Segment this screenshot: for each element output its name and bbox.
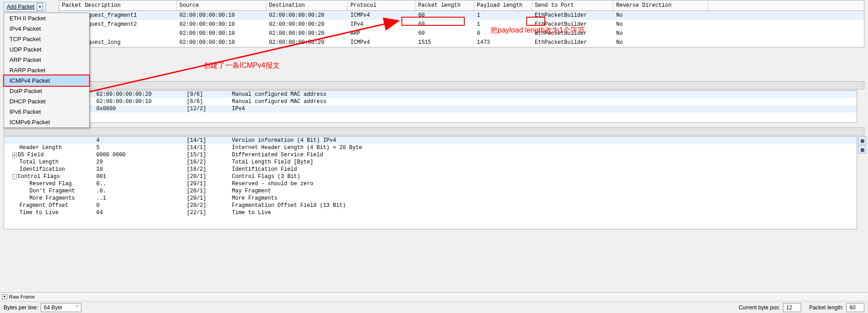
add-packet-menu: ETH II PacketIPv4 PacketTCP PacketUDP Pa… [4,13,90,128]
field-val: 001 [96,173,187,180]
cell-src: 02:00:00:00:00:10 [177,29,266,37]
ipv4-field-row[interactable]: -Control Flags001[20/1]Control Flags (3 … [4,173,857,180]
col-source[interactable]: Source [177,0,266,10]
field-desc: Internet Header Length (4 Bit) = 20 Byte [232,145,857,151]
bottom-bar: Bytes per line: 64 Byte Current byte pos… [0,301,868,313]
current-byte-pos-label: Current byte pos: [739,304,780,311]
raw-frame-bar: ▾ Raw Frame [0,292,868,300]
annotation-text-2: 把payload length改为1个字节 [491,26,585,35]
ipv4-field-row[interactable]: +DS Field0000 0000[15/1]Differentiated S… [4,151,857,159]
field-off: [22/1] [187,210,232,216]
table-row[interactable]: ply02:00:00:00:00:1002:00:00:00:00:20ARP… [59,29,864,38]
ipv4-field-row[interactable]: Total Length29[16/2]Total Length Field [… [4,159,857,166]
splitter-mid[interactable] [4,127,864,135]
splitter-top[interactable] [4,81,864,89]
field-name: -Control Flags [6,173,96,180]
eth-field-row[interactable]: 02:00:00:00:00:20[0/6]Manual configured … [4,91,857,98]
ipv4-field-row[interactable]: Fragment Offset0[20/2]Fragmentation Offs… [4,202,857,209]
field-val: .0. [96,188,187,194]
ipv4-field-row[interactable]: 4[14/1]Version information (4 Bit) IPv4 [4,137,857,144]
field-off: [14/1] [187,145,232,151]
menu-item-eth-ii-packet[interactable]: ETH II Packet [4,13,89,23]
col-packet-description[interactable]: Packet Description [59,0,177,10]
col-destination[interactable]: Destination [266,0,348,10]
field-val: 0 [96,202,187,209]
field-desc: Fragmentation Offset Field (13 Bit) [232,202,857,209]
eth-value: 02:00:00:00:00:10 [96,98,187,105]
eth-header-section: 02:00:00:00:00:20[0/6]Manual configured … [4,90,857,123]
field-desc: Time to Live [232,210,857,216]
side-button-1[interactable]: ▦ [858,136,866,145]
field-name: Header Length [6,145,96,151]
collapse-icon[interactable]: - [12,174,17,179]
field-val: 29 [96,159,187,165]
col-payload-length[interactable]: Payload length [474,0,532,10]
field-off: [20/1] [187,195,232,201]
field-desc: May Fragment [232,188,857,194]
menu-item-udp-packet[interactable]: UDP Packet [4,44,89,55]
ipv4-header-section: 4[14/1]Version information (4 Bit) IPv4H… [4,136,857,229]
side-button-2[interactable]: ▦ [858,145,866,154]
menu-item-icmpv6-packet[interactable]: ICMPv6 Packet [4,117,89,127]
menu-item-doip-packet[interactable]: DoIP Packet [4,86,89,96]
field-val: ..1 [96,195,187,201]
col-packet-length[interactable]: Packet length [415,0,474,10]
menu-item-arp-packet[interactable]: ARP Packet [4,55,89,65]
col-send-to-port[interactable]: Send to Port [532,0,613,10]
field-name: Reserved Flag [6,181,96,187]
field-off: [15/1] [187,152,232,158]
col-reverse-direction[interactable]: Reverse Direction [613,0,708,10]
ipv4-field-row[interactable]: Don't Fragment.0.[20/1]May Fragment [4,187,857,195]
cell-dst: 02:00:00:00:00:20 [266,38,348,47]
col-protocol[interactable]: Protocol [348,0,415,10]
field-name: Identification [6,166,96,173]
ipv4-field-row[interactable]: More Fragments..1[20/1]More Fragments [4,195,857,202]
cell-dst: 02:00:00:00:00:20 [266,20,348,28]
eth-value: 02:00:00:00:00:20 [96,91,187,98]
table-row[interactable]: _echo_request_long02:00:00:00:00:1002:00… [59,38,864,47]
ipv4-field-row[interactable]: Header Length5[14/1]Internet Header Leng… [4,144,857,151]
chevron-down-icon[interactable]: ▾ [37,3,43,11]
cell-rev: No [613,29,708,37]
expand-icon[interactable]: + [12,153,17,158]
field-off: [20/2] [187,202,232,209]
menu-item-ipv4-packet[interactable]: IPv4 Packet [4,23,89,34]
menu-item-tcp-packet[interactable]: TCP Packet [4,34,89,44]
cell-prot: ARP [348,29,415,37]
cell-src: 02:00:00:00:00:10 [177,11,266,19]
field-off: [20/1] [187,181,232,187]
packet-length-label: Packet length: [809,304,844,311]
menu-item-dhcp-packet[interactable]: DHCP Packet [4,96,89,107]
cell-rev: No [613,11,708,19]
packet-table-header: Packet Description Source Destination Pr… [59,0,864,11]
ipv4-field-row[interactable]: Time to Live64[22/1]Time to Live [4,209,857,216]
field-val: 0000 0000 [96,152,187,158]
field-name: Total Length [6,159,96,165]
raw-frame-dropdown-icon[interactable]: ▾ [2,294,7,299]
menu-item-ipv6-packet[interactable]: IPv6 Packet [4,107,89,117]
field-val: 64 [96,210,187,216]
eth-field-row[interactable]: 0x0800[12/2]IPv4 [4,105,857,112]
ipv4-field-row[interactable]: Identification10[18/2]Identification Fie… [4,166,857,173]
ipv4-field-row[interactable]: Reserved Flag0..[20/1]Reserved - should … [4,180,857,187]
eth-field-row[interactable]: 02:00:00:00:00:10[6/6]Manual configured … [4,98,857,105]
eth-offset: [6/6] [187,98,232,105]
field-desc: Reserved - should be zero [232,181,857,187]
field-desc: More Fragments [232,195,857,201]
add-packet-button[interactable]: Add Packet ▾ [4,2,46,12]
cell-prot: ICMPv4 [348,38,415,47]
current-byte-pos-field[interactable]: 12 [783,303,801,312]
eth-desc: Manual configured MAC address [232,98,857,105]
field-name [6,137,96,144]
field-name: More Fragments [6,195,96,201]
cell-dst: 02:00:00:00:00:20 [266,29,348,37]
menu-item-icmpv4-packet[interactable]: ICMPv4 Packet [3,75,90,87]
menu-item-rarp-packet[interactable]: RARP Packet [4,65,89,75]
field-val: 5 [96,145,187,151]
packet-length-field[interactable]: 60 [846,303,864,312]
cell-plen: 60 [415,29,474,37]
cell-dst: 02:00:00:00:00:20 [266,11,348,19]
bytes-per-line-combo[interactable]: 64 Byte [41,303,81,312]
annotation-text-1: 创建了一条ICMPv4报文 [203,61,280,70]
field-val: 10 [96,166,187,173]
